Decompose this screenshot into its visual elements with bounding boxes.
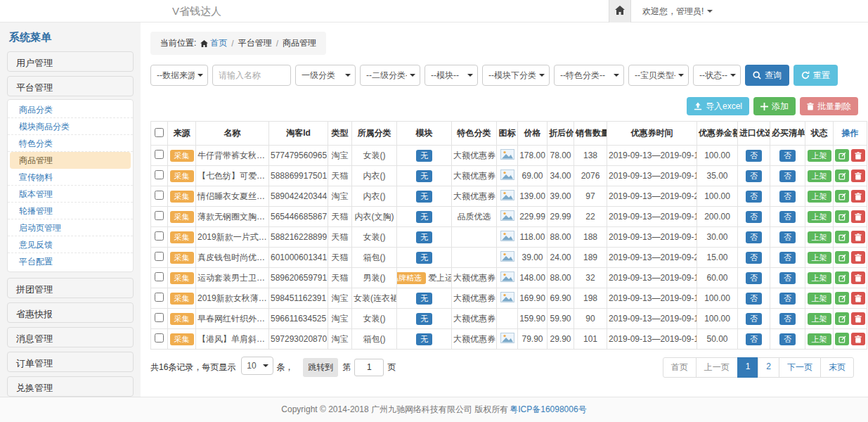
sidebar-item[interactable]: 平台配置 bbox=[8, 253, 133, 270]
delete-button[interactable] bbox=[851, 271, 865, 284]
module-sub-category-select[interactable]: --模块下分类-- bbox=[482, 65, 550, 86]
row-checkbox[interactable] bbox=[155, 211, 164, 220]
import-select-badge[interactable]: 否 bbox=[746, 313, 762, 325]
row-checkbox[interactable] bbox=[155, 252, 164, 261]
import-select-badge[interactable]: 否 bbox=[746, 293, 762, 305]
edit-button[interactable] bbox=[835, 231, 849, 243]
sidebar-item[interactable]: 模块商品分类 bbox=[8, 118, 133, 135]
sidebar-item[interactable]: 商品分类 bbox=[8, 101, 133, 118]
delete-button[interactable] bbox=[851, 231, 865, 243]
jump-button[interactable]: 跳转到 bbox=[303, 358, 338, 377]
status-badge[interactable]: 上架 bbox=[808, 333, 831, 345]
row-checkbox[interactable] bbox=[155, 272, 164, 281]
search-button[interactable]: 查询 bbox=[745, 65, 789, 86]
delete-button[interactable] bbox=[851, 149, 865, 162]
status-badge[interactable]: 上架 bbox=[808, 170, 831, 182]
breadcrumb-home-link[interactable]: 首页 bbox=[200, 37, 227, 49]
row-checkbox[interactable] bbox=[155, 333, 164, 343]
row-checkbox[interactable] bbox=[155, 231, 164, 241]
import-select-badge[interactable]: 否 bbox=[746, 150, 762, 162]
delete-button[interactable] bbox=[851, 312, 865, 325]
row-checkbox[interactable] bbox=[155, 150, 164, 159]
edit-button[interactable] bbox=[835, 251, 849, 264]
import-select-badge[interactable]: 否 bbox=[746, 211, 762, 223]
sidebar-group[interactable]: 兑换管理 bbox=[7, 376, 134, 397]
search-name-input[interactable] bbox=[212, 65, 291, 86]
user-menu[interactable]: 欢迎您，管理员! bbox=[642, 6, 713, 18]
edit-button[interactable] bbox=[835, 190, 849, 203]
item-type-select[interactable]: --宝贝类型-- bbox=[628, 65, 689, 86]
status-select[interactable]: --状态-- bbox=[693, 65, 741, 86]
edit-button[interactable] bbox=[835, 170, 849, 182]
batch-delete-button[interactable]: 批量删除 bbox=[800, 97, 858, 115]
status-badge[interactable]: 上架 bbox=[808, 272, 831, 284]
must-buy-badge[interactable]: 否 bbox=[779, 170, 796, 182]
must-buy-badge[interactable]: 否 bbox=[779, 150, 796, 162]
status-badge[interactable]: 上架 bbox=[808, 313, 831, 325]
module-select[interactable]: --模块-- bbox=[425, 65, 478, 86]
import-select-badge[interactable]: 否 bbox=[746, 252, 762, 264]
row-checkbox[interactable] bbox=[155, 313, 164, 322]
row-checkbox[interactable] bbox=[155, 170, 164, 179]
edit-button[interactable] bbox=[835, 149, 849, 162]
must-buy-badge[interactable]: 否 bbox=[779, 333, 796, 345]
import-select-badge[interactable]: 否 bbox=[746, 170, 762, 182]
reset-button[interactable]: 重置 bbox=[793, 65, 838, 86]
import-select-badge[interactable]: 否 bbox=[746, 333, 762, 345]
status-badge[interactable]: 上架 bbox=[808, 231, 831, 243]
edit-button[interactable] bbox=[835, 333, 849, 345]
status-badge[interactable]: 上架 bbox=[808, 150, 831, 162]
must-buy-badge[interactable]: 否 bbox=[779, 191, 796, 203]
sidebar-group[interactable]: 平台管理 bbox=[7, 76, 134, 96]
sidebar-group[interactable]: 拼团管理 bbox=[7, 278, 134, 298]
sidebar-item[interactable]: 启动页管理 bbox=[8, 219, 133, 236]
delete-button[interactable] bbox=[851, 251, 865, 264]
add-button[interactable]: 添加 bbox=[753, 97, 796, 115]
row-checkbox[interactable] bbox=[155, 293, 164, 302]
pager-item[interactable]: 末页 bbox=[820, 357, 854, 378]
import-excel-button[interactable]: 导入excel bbox=[687, 97, 749, 115]
must-buy-badge[interactable]: 否 bbox=[779, 211, 796, 223]
page-number-input[interactable] bbox=[354, 359, 384, 376]
edit-button[interactable] bbox=[835, 312, 849, 325]
level1-category-select[interactable]: 一级分类 bbox=[295, 65, 356, 86]
delete-button[interactable] bbox=[851, 170, 865, 182]
must-buy-badge[interactable]: 否 bbox=[779, 252, 796, 264]
sidebar-group[interactable]: 订单管理 bbox=[7, 352, 134, 372]
delete-button[interactable] bbox=[851, 190, 865, 203]
delete-button[interactable] bbox=[851, 292, 865, 305]
sidebar-group[interactable]: 省惠快报 bbox=[7, 302, 134, 323]
delete-button[interactable] bbox=[851, 210, 865, 223]
status-badge[interactable]: 上架 bbox=[808, 191, 831, 203]
pager-item[interactable]: 1 bbox=[737, 357, 759, 378]
import-select-badge[interactable]: 否 bbox=[746, 272, 762, 284]
sidebar-item[interactable]: 意见反馈 bbox=[8, 236, 133, 253]
data-source-select[interactable]: --数据来源-- bbox=[150, 65, 208, 86]
feature-category-select[interactable]: --特色分类-- bbox=[554, 65, 624, 86]
delete-button[interactable] bbox=[851, 333, 865, 345]
must-buy-badge[interactable]: 否 bbox=[779, 313, 796, 325]
status-badge[interactable]: 上架 bbox=[808, 252, 831, 264]
edit-button[interactable] bbox=[835, 210, 849, 223]
sidebar-group[interactable]: 用户管理 bbox=[7, 51, 134, 72]
must-buy-badge[interactable]: 否 bbox=[779, 231, 796, 243]
home-button[interactable] bbox=[609, 0, 631, 23]
sidebar-item[interactable]: 轮播管理 bbox=[8, 203, 133, 219]
sidebar-item[interactable]: 商品管理 bbox=[10, 152, 131, 169]
must-buy-badge[interactable]: 否 bbox=[779, 272, 796, 284]
import-select-badge[interactable]: 否 bbox=[746, 231, 762, 243]
sidebar-group[interactable]: 消息管理 bbox=[7, 327, 134, 347]
must-buy-badge[interactable]: 否 bbox=[779, 293, 796, 305]
pager-item[interactable]: 2 bbox=[758, 357, 779, 378]
page-size-select[interactable]: 10 bbox=[241, 357, 273, 378]
status-badge[interactable]: 上架 bbox=[808, 293, 831, 305]
pager-item[interactable]: 首页 bbox=[663, 357, 697, 378]
pager-item[interactable]: 下一页 bbox=[779, 357, 821, 378]
select-all-checkbox[interactable] bbox=[155, 128, 164, 137]
edit-button[interactable] bbox=[835, 292, 849, 305]
level2-category-select[interactable]: --二级分类-- bbox=[360, 65, 420, 86]
sidebar-item[interactable]: 宣传物料 bbox=[8, 169, 133, 186]
sidebar-item[interactable]: 版本管理 bbox=[8, 186, 133, 203]
icp-link[interactable]: 粤ICP备16098006号 bbox=[510, 404, 586, 416]
status-badge[interactable]: 上架 bbox=[808, 211, 831, 223]
